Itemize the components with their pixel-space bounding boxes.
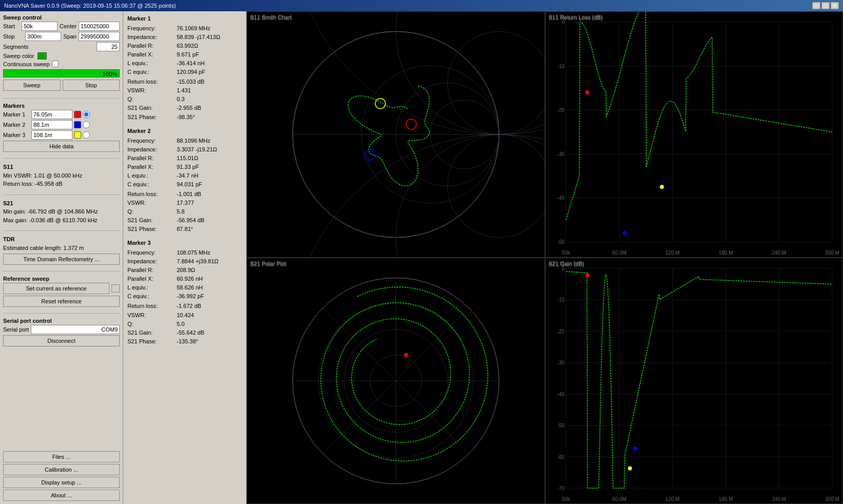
m2-freq-label: Frequency: <box>127 137 174 145</box>
files-button[interactable]: Files ... <box>3 451 120 462</box>
m1-impedance-val: 58.839 -j17.413Ω <box>177 33 220 42</box>
tdr-section: TDR Estimated cable length: 1.372 m Time… <box>3 235 120 265</box>
span-label: Span <box>63 33 77 40</box>
m2-rl-label: Return loss: <box>127 190 174 199</box>
reset-reference-button[interactable]: Reset reference <box>3 296 120 307</box>
m1-q-val: 0.3 <box>177 95 184 104</box>
marker1-input[interactable] <box>31 110 72 119</box>
center-label: Center <box>60 23 77 29</box>
reference-color-box[interactable] <box>111 284 120 293</box>
m2-s21phase-label: S21 Phase: <box>127 225 174 234</box>
marker3-radio[interactable] <box>83 131 90 139</box>
s21-stats: S21 Min gain: -66.792 dB @ 104.866 MHz M… <box>3 199 120 225</box>
polar-chart-canvas <box>247 258 545 503</box>
m2-lEquiv-label: L equiv.: <box>127 171 174 180</box>
s11-return-loss: Return loss: -45.958 dB <box>3 180 120 188</box>
smith-chart-container: S11 Smith Chart <box>247 11 545 258</box>
m1-rl-label: Return loss: <box>127 77 174 86</box>
set-current-reference-button[interactable]: Set current as reference <box>3 283 109 294</box>
start-input[interactable] <box>22 22 58 31</box>
segments-input[interactable] <box>97 42 120 51</box>
m3-freq-val: 108.075 MHz <box>177 248 210 257</box>
s11-min-vswr: Min VSWR: 1.01 @ 50.000 kHz <box>3 171 120 180</box>
m3-vswr-val: 10.424 <box>177 311 194 320</box>
title-bar: NanoVNA Saver 0.0.9 (Sweep: 2019-09-15 1… <box>0 0 843 11</box>
serial-port-section: Serial port control Serial port Disconne… <box>3 318 120 348</box>
m3-rl-label: Return loss: <box>127 302 174 311</box>
return-loss-chart-title: S11 Return Loss (dB) <box>549 14 603 20</box>
serial-port-label: Serial port <box>3 326 29 333</box>
title-text: NanoVNA Saver 0.0.9 (Sweep: 2019-09-15 1… <box>4 3 176 9</box>
tdr-button[interactable]: Time Domain Reflectometry ... <box>3 254 120 265</box>
return-loss-chart-canvas <box>546 12 843 257</box>
charts-area: S11 Smith Chart S11 Return Loss (dB) S21… <box>247 11 843 504</box>
display-setup-button[interactable]: Display setup ... <box>3 477 120 488</box>
left-panel: Sweep control Start Center Stop Span Seg… <box>0 11 123 504</box>
m3-impedance-label: Impedance: <box>127 257 174 266</box>
m1-cEquiv-label: C equiv.: <box>127 68 174 76</box>
m2-freq-val: 88.1096 MHz <box>177 137 210 145</box>
s11-stats: S11 Min VSWR: 1.01 @ 50.000 kHz Return l… <box>3 163 120 188</box>
segments-label: Segments <box>3 44 95 50</box>
sweep-color-label: Sweep color <box>3 53 34 59</box>
marker2-input[interactable] <box>31 120 72 129</box>
m2-pX-val: 91.33 pF <box>177 163 199 171</box>
m3-pR-val: 208.9Ω <box>177 266 195 275</box>
s21-label: S21 <box>3 199 120 208</box>
center-input[interactable] <box>79 22 120 31</box>
m2-lEquiv-val: -34.7 nH <box>177 171 198 180</box>
close-button[interactable]: ✕ <box>831 2 839 9</box>
minimize-button[interactable]: ─ <box>812 2 820 9</box>
stop-label: Stop <box>3 33 23 40</box>
reference-sweep-label: Reference sweep <box>3 276 120 282</box>
calibration-button[interactable]: Calibration ... <box>3 464 120 475</box>
m2-cEquiv-label: C equiv.: <box>127 180 174 189</box>
disconnect-button[interactable]: Disconnect <box>3 335 120 346</box>
m1-cEquiv-val: 120.094 pF <box>177 68 205 76</box>
s21-min-gain: Min gain: -66.792 dB @ 104.866 MHz <box>3 207 120 216</box>
m3-s21gain-label: S21 Gain: <box>127 328 174 337</box>
m3-q-label: Q: <box>127 320 174 328</box>
m1-vswr-val: 1.431 <box>177 86 191 95</box>
reference-sweep-section: Reference sweep Set current as reference… <box>3 276 120 307</box>
m3-cEquiv-label: C equiv.: <box>127 292 174 301</box>
sweep-control-label: Sweep control <box>3 14 120 21</box>
m2-s21gain-val: -56.954 dB <box>177 216 204 225</box>
marker2-radio[interactable] <box>83 121 90 128</box>
smith-chart-canvas <box>247 12 545 257</box>
stop-button[interactable]: Stop <box>63 80 120 91</box>
sweep-button[interactable]: Sweep <box>3 80 61 91</box>
m1-pR-label: Parallel R: <box>127 42 174 50</box>
m2-s21phase-val: 87.81° <box>177 225 193 234</box>
m1-pX-val: 9.671 pF <box>177 50 199 59</box>
m3-pX-label: Parallel X: <box>127 275 174 283</box>
stop-input[interactable] <box>25 32 61 41</box>
polar-chart-container: S21 Polar Plot <box>247 258 545 504</box>
continuous-sweep-label: Continuous sweep <box>3 61 50 67</box>
marker1-color[interactable] <box>74 111 81 118</box>
s11-label: S11 <box>3 163 120 171</box>
m3-pX-val: 60.926 nH <box>177 275 203 283</box>
marker3-data-title: Marker 3 <box>127 239 242 247</box>
m1-lEquiv-val: -36.414 nH <box>177 59 204 68</box>
progress-label: 100% <box>103 70 117 77</box>
marker3-color[interactable] <box>74 131 81 139</box>
serial-port-input[interactable] <box>31 325 120 334</box>
title-bar-controls: ─ □ ✕ <box>812 2 839 9</box>
about-button[interactable]: About ... <box>3 490 120 501</box>
marker3-input[interactable] <box>31 130 72 140</box>
m2-impedance-val: 3.3037 -j19.21Ω <box>177 145 217 154</box>
m3-impedance-val: 7.8844 +j39.81Ω <box>177 257 218 266</box>
maximize-button[interactable]: □ <box>821 2 830 9</box>
marker2-color[interactable] <box>74 121 81 128</box>
hide-data-button[interactable]: Hide data <box>3 141 120 152</box>
marker1-radio[interactable] <box>83 111 90 118</box>
m2-pR-label: Parallel R: <box>127 154 174 163</box>
tdr-estimated-cable: Estimated cable length: 1.372 m <box>3 244 120 253</box>
span-input[interactable] <box>79 32 120 41</box>
s21-gain-chart-container: S21 Gain (dB) <box>545 258 844 504</box>
serial-port-control-label: Serial port control <box>3 318 120 324</box>
sweep-color-box[interactable] <box>38 52 47 60</box>
marker1-label: Marker 1 <box>3 111 30 118</box>
continuous-sweep-checkbox[interactable] <box>52 61 59 67</box>
